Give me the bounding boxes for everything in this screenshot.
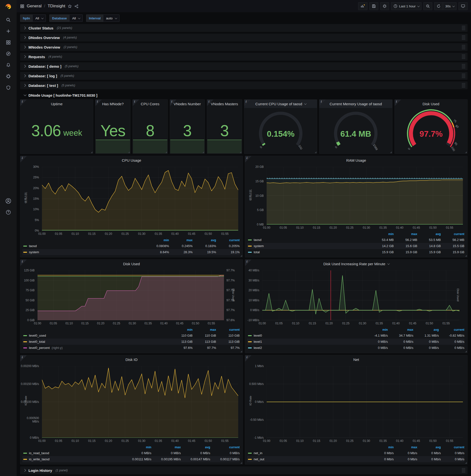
panel-title[interactable]: RAM Usage [245, 156, 467, 164]
dashboard-row-collapsed[interactable]: Database: [ log ](5 panels) [20, 72, 468, 80]
legend-series-toggle[interactable]: level0_percent(right-y) [22, 346, 169, 350]
legend-series-toggle[interactable]: total [247, 250, 370, 254]
grafana-logo-icon[interactable] [0, 0, 17, 14]
chart-plot-area[interactable]: 0.00200 MB/s0.00150 MB/s0.00100 MB/s0.00… [20, 364, 243, 444]
legend-column-avg[interactable]: avg [417, 446, 441, 449]
alerting-bell-icon[interactable] [0, 59, 17, 71]
panel-info-icon[interactable]: i [95, 100, 102, 106]
panel-info-icon[interactable]: i [20, 355, 27, 362]
panel-info-icon[interactable]: i [133, 100, 139, 106]
legend-column-current[interactable]: current [441, 446, 464, 449]
create-plus-icon[interactable] [0, 26, 17, 37]
chart-plot-area[interactable]: 1 Mb/s0.500 Mb/s0 Mb/s-0.50 Mb/s-1 Mb/s0… [245, 364, 467, 444]
panel-info-icon[interactable]: i [20, 260, 27, 266]
row-drag-handle-icon[interactable] [462, 468, 465, 473]
variable-database-value[interactable]: All [69, 15, 83, 22]
dashboard-row-collapsed[interactable]: Database: [ demo ](5 panels) [20, 62, 468, 70]
dashboard-row-collapsed[interactable]: DNodes Overview(4 panels) [20, 34, 468, 41]
configuration-gear-icon[interactable] [0, 71, 17, 82]
chart-plot-area[interactable]: 20 GB15 GB10 GB5 GB0 MB01:0001:0501:1001… [245, 164, 467, 231]
legend-column-min[interactable]: min [370, 446, 394, 449]
dashboard-row-collapsed[interactable]: Requests(4 panels) [20, 53, 468, 61]
legend-column-avg[interactable]: avg [417, 232, 441, 236]
dashboards-icon[interactable] [0, 37, 17, 48]
panel-info-icon[interactable]: i [244, 100, 251, 106]
explore-compass-icon[interactable] [0, 48, 17, 59]
chart-canvas[interactable] [267, 366, 463, 438]
dashboard-row-collapsed[interactable]: Cluster Status(21 panels) [20, 24, 468, 32]
panel-title[interactable]: CPU Usage [20, 156, 243, 164]
panel-title[interactable]: Disk IO [20, 355, 243, 364]
legend-column-max[interactable]: max [394, 446, 417, 449]
cycle-view-mode-button[interactable] [458, 2, 468, 10]
row-drag-handle-icon[interactable] [462, 26, 465, 30]
legend-column-min[interactable]: min [122, 446, 151, 449]
variable-fqdn-value[interactable]: All [32, 15, 46, 22]
panel-info-icon[interactable]: i [20, 156, 27, 162]
legend-series-toggle[interactable]: net_in [247, 451, 370, 455]
panel-title[interactable]: Uptime [20, 100, 93, 108]
legend-series-toggle[interactable]: taosd [22, 244, 146, 248]
chart-canvas[interactable] [267, 167, 463, 224]
panel-info-icon[interactable]: i [245, 355, 252, 362]
chart-canvas[interactable] [262, 270, 459, 320]
panel-info-icon[interactable]: i [320, 100, 326, 106]
dashboard-settings-button[interactable] [380, 2, 389, 10]
legend-column-current[interactable]: current [216, 238, 240, 242]
legend-column-max[interactable]: max [388, 328, 413, 331]
share-icon[interactable] [74, 4, 79, 8]
chart-plot-area[interactable]: 30%25%20%15%10%5%0%01:0001:0501:1001:150… [20, 164, 243, 237]
legend-series-toggle[interactable]: level2 [247, 346, 362, 350]
breadcrumb-section[interactable]: General [27, 4, 41, 9]
legend-series-toggle[interactable]: system [247, 244, 370, 248]
legend-column-min[interactable]: min [146, 238, 169, 242]
variable-interval-value[interactable]: auto [103, 15, 119, 22]
panel-info-icon[interactable]: i [245, 156, 252, 162]
legend-series-toggle[interactable]: taosd [247, 238, 370, 242]
legend-column-min[interactable]: min [362, 328, 388, 331]
legend-series-toggle[interactable]: net_out [247, 457, 370, 461]
row-drag-handle-icon[interactable] [462, 54, 465, 59]
row-dnode-usage[interactable]: DNode Usage [ huolinhe-TM1701:6030 ] [20, 91, 468, 99]
legend-column-current[interactable]: current [216, 328, 240, 331]
legend-column-min[interactable]: min [370, 232, 394, 236]
star-icon[interactable] [68, 4, 72, 8]
panel-info-icon[interactable]: i [170, 100, 176, 106]
row-drag-handle-icon[interactable] [462, 35, 465, 40]
legend-column-avg[interactable]: avg [181, 446, 210, 449]
row-drag-handle-icon[interactable] [462, 45, 465, 50]
legend-series-toggle[interactable]: level0_used [22, 334, 169, 337]
zoom-out-button[interactable] [423, 2, 432, 10]
chart-canvas[interactable] [42, 167, 238, 231]
save-dashboard-button[interactable] [370, 2, 378, 10]
help-icon[interactable] [0, 207, 17, 218]
dashboard-row-collapsed[interactable]: Database: [ test ](5 panels) [20, 82, 468, 89]
panel-title[interactable]: Current CPU Usage of taosd [244, 100, 317, 108]
search-icon[interactable] [0, 14, 17, 26]
dashboard-grid-icon[interactable] [20, 4, 24, 8]
legend-column-current[interactable]: current [210, 446, 240, 449]
row-drag-handle-icon[interactable] [462, 73, 465, 78]
legend-series-toggle[interactable]: io_read_taosd [22, 451, 122, 455]
panel-info-icon[interactable]: i [207, 100, 213, 106]
panel-info-icon[interactable]: i [245, 260, 252, 266]
row-drag-handle-icon[interactable] [462, 83, 465, 88]
legend-column-max[interactable]: max [151, 446, 181, 449]
panel-info-icon[interactable]: i [20, 100, 27, 106]
row-drag-handle-icon[interactable] [462, 64, 465, 69]
legend-series-toggle[interactable]: level0_total [22, 340, 169, 343]
chart-canvas[interactable] [42, 366, 238, 438]
panel-info-icon[interactable]: i [395, 100, 401, 106]
legend-series-toggle[interactable]: io_write_taosd [22, 457, 122, 461]
panel-title[interactable]: Disk Used Increasing Rate per Minute [245, 260, 467, 268]
legend-series-toggle[interactable]: level0 [247, 334, 362, 337]
legend-column-max[interactable]: max [394, 232, 417, 236]
refresh-button[interactable] [434, 2, 443, 10]
dashboard-row-collapsed[interactable]: MNodes Overview(2 panels) [20, 43, 468, 51]
legend-column-current[interactable]: current [439, 328, 464, 331]
refresh-interval-button[interactable]: 30s [443, 2, 456, 10]
legend-column-max[interactable]: max [169, 238, 193, 242]
user-avatar-icon[interactable] [0, 195, 17, 207]
panel-title[interactable]: Disk Used [20, 260, 243, 268]
panel-title[interactable]: Disk Used [395, 100, 468, 108]
